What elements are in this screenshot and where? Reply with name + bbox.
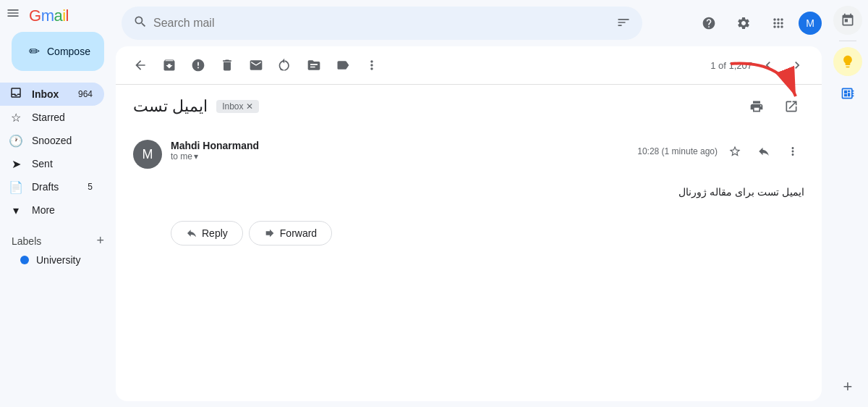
search-icon: [133, 14, 148, 33]
quick-reply-button[interactable]: [752, 140, 775, 163]
labels-title: Labels: [12, 235, 41, 247]
hamburger-icon[interactable]: [6, 6, 26, 26]
email-time: 10:28 (1 minute ago): [637, 146, 718, 156]
university-label: University: [36, 254, 80, 266]
right-panel-add-button[interactable]: +: [833, 372, 862, 401]
sent-icon: ➤: [9, 157, 23, 171]
email-body-text: ایمیل تست برای مقاله ژورنال: [678, 186, 804, 198]
gmail-logo-text: Gmail: [29, 7, 69, 25]
sidebar: Gmail ✏ Compose Inbox 964 ☆ Starred 🕐 Sn…: [0, 0, 116, 407]
sidebar-item-university[interactable]: University: [12, 251, 93, 269]
sidebar-item-drafts[interactable]: 📄 Drafts 5: [0, 175, 104, 198]
sidebar-item-inbox[interactable]: Inbox 964: [0, 83, 104, 106]
search-input[interactable]: [153, 17, 610, 30]
more-toolbar-button[interactable]: [359, 52, 385, 78]
topbar-right: M: [694, 9, 822, 38]
starred-icon: ☆: [9, 111, 23, 125]
sidebar-item-starred[interactable]: ☆ Starred: [0, 106, 104, 129]
email-content: 1 of 1,207 ایمیل تست Inbox ✕: [116, 46, 822, 401]
add-label-icon[interactable]: +: [96, 233, 104, 248]
inbox-badge: 964: [78, 89, 93, 99]
inbox-tag-label: Inbox: [222, 101, 243, 112]
sender-initial: M: [142, 147, 153, 162]
main-area: M: [116, 0, 827, 407]
email-meta: 10:28 (1 minute ago): [637, 140, 804, 163]
star-button[interactable]: [723, 140, 746, 163]
inbox-label: Inbox: [32, 88, 69, 100]
forward-label: Forward: [280, 227, 317, 239]
email-subject: ایمیل تست: [133, 97, 208, 116]
open-in-new-button[interactable]: [778, 93, 804, 119]
labels-section: Labels + University: [0, 222, 116, 274]
sent-label: Sent: [32, 158, 93, 169]
starred-label: Starred: [32, 112, 93, 123]
move-to-button[interactable]: [301, 52, 327, 78]
more-icon: ▾: [9, 204, 23, 217]
compose-label: Compose: [47, 46, 90, 57]
forward-button[interactable]: Forward: [249, 221, 332, 246]
sidebar-item-snoozed[interactable]: 🕐 Snoozed: [0, 129, 104, 152]
drafts-label: Drafts: [32, 181, 79, 193]
reply-label: Reply: [202, 227, 228, 239]
delete-button[interactable]: [214, 52, 240, 78]
apps-button[interactable]: [764, 9, 793, 38]
drafts-badge: 5: [88, 182, 93, 192]
snoozed-label: Snoozed: [32, 135, 93, 146]
right-panel-calendar[interactable]: [833, 6, 862, 35]
snoozed-icon: 🕐: [9, 134, 23, 148]
search-bar: [122, 7, 642, 40]
report-spam-button[interactable]: [185, 52, 211, 78]
topbar: M: [116, 0, 827, 46]
more-label: More: [32, 204, 93, 216]
next-email-button[interactable]: [784, 52, 810, 78]
email-header: M Mahdi Honarmand to me ▾ 10:28 (1 minut…: [133, 128, 804, 180]
right-panel-tasks[interactable]: [833, 79, 862, 108]
email-body: M Mahdi Honarmand to me ▾ 10:28 (1 minut…: [116, 128, 822, 401]
settings-button[interactable]: [729, 9, 758, 38]
to-label: to me: [171, 151, 192, 161]
subject-bar: ایمیل تست Inbox ✕: [116, 85, 822, 128]
right-panel-keep[interactable]: [833, 47, 862, 76]
sender-avatar: M: [133, 140, 162, 169]
right-panel-divider: [839, 41, 856, 41]
user-avatar[interactable]: M: [799, 12, 822, 35]
inbox-icon: [9, 86, 23, 102]
help-button[interactable]: [694, 9, 723, 38]
mark-unread-button[interactable]: [243, 52, 269, 78]
drafts-icon: 📄: [9, 180, 23, 194]
label-button[interactable]: [330, 52, 356, 78]
prev-email-button[interactable]: [755, 52, 781, 78]
archive-button[interactable]: [156, 52, 182, 78]
right-panel: +: [827, 0, 868, 407]
sender-to[interactable]: to me ▾: [171, 151, 629, 161]
action-buttons: Reply Forward: [133, 209, 804, 257]
print-button[interactable]: [744, 93, 770, 119]
label-color-dot: [20, 256, 29, 264]
more-options-button[interactable]: [781, 140, 804, 163]
sender-info: Mahdi Honarmand to me ▾: [171, 140, 629, 161]
email-message-body: ایمیل تست برای مقاله ژورنال: [133, 180, 804, 209]
reply-button[interactable]: Reply: [171, 221, 243, 246]
compose-button[interactable]: ✏ Compose: [12, 32, 104, 71]
sidebar-item-sent[interactable]: ➤ Sent: [0, 152, 104, 175]
labels-header: Labels +: [12, 233, 104, 248]
inbox-tag-remove[interactable]: ✕: [246, 101, 253, 112]
sender-name: Mahdi Honarmand: [171, 140, 629, 151]
sidebar-item-more[interactable]: ▾ More: [0, 198, 104, 222]
inbox-tag: Inbox ✕: [216, 100, 259, 113]
gmail-logo: Gmail: [0, 6, 116, 26]
email-toolbar: 1 of 1,207: [116, 46, 822, 85]
back-button[interactable]: [127, 52, 153, 78]
search-filter-icon[interactable]: [616, 15, 631, 32]
pencil-icon: ✏: [29, 43, 40, 59]
pagination: 1 of 1,207: [710, 52, 810, 78]
snooze-button[interactable]: [272, 52, 298, 78]
chevron-down-icon: ▾: [194, 151, 198, 161]
pagination-text: 1 of 1,207: [710, 60, 752, 71]
